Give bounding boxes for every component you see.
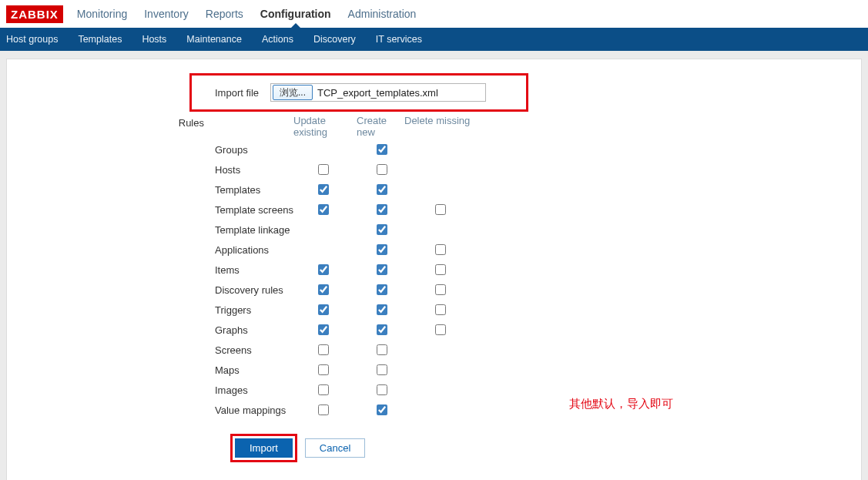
subnav-item-hosts[interactable]: Hosts <box>142 34 166 45</box>
content-panel: Import file 浏览... TCP_export_templates.x… <box>6 59 862 480</box>
checkbox-cn[interactable] <box>377 264 387 275</box>
subnav-item-templates[interactable]: Templates <box>78 34 122 45</box>
rule-label: Applications <box>215 244 315 256</box>
rules-column-headers: Update existing Create new Delete missin… <box>293 115 853 138</box>
subnav-item-maintenance[interactable]: Maintenance <box>186 34 242 45</box>
checkbox-ue[interactable] <box>318 384 329 395</box>
checkbox-ue[interactable] <box>318 304 329 315</box>
checkbox-ue[interactable] <box>318 364 329 375</box>
rule-cell-cn <box>374 142 432 157</box>
checkbox-cn[interactable] <box>377 204 387 215</box>
topnav-item-inventory[interactable]: Inventory <box>144 0 189 28</box>
rule-cell-cn <box>374 262 432 277</box>
checkbox-ue[interactable] <box>318 264 329 275</box>
rules-table: GroupsHostsTemplatesTemplate screensTemp… <box>215 139 853 420</box>
checkbox-cn[interactable] <box>377 364 387 375</box>
rule-row: Triggers <box>215 300 853 320</box>
cancel-button[interactable]: Cancel <box>305 438 365 458</box>
rule-cell-ue <box>315 282 374 297</box>
rule-cell-cn <box>374 202 432 217</box>
topnav-item-administration[interactable]: Administration <box>348 0 417 28</box>
checkbox-dm[interactable] <box>435 304 446 315</box>
topnav-item-configuration[interactable]: Configuration <box>260 0 331 28</box>
rule-cell-cn <box>374 242 432 257</box>
rule-row: Items <box>215 260 853 280</box>
rule-cell-cn <box>374 222 432 237</box>
rule-row: Value mappings <box>215 400 853 420</box>
rule-label: Items <box>215 264 315 276</box>
checkbox-ue[interactable] <box>318 324 329 335</box>
checkbox-dm[interactable] <box>435 244 446 255</box>
selected-filename: TCP_export_templates.xml <box>317 87 438 99</box>
logo: ZABBIX <box>6 5 63 23</box>
topnav-item-monitoring[interactable]: Monitoring <box>77 0 127 28</box>
checkbox-ue[interactable] <box>318 344 329 355</box>
rule-cell-ue <box>315 162 374 177</box>
checkbox-cn[interactable] <box>377 284 387 295</box>
checkbox-cn[interactable] <box>377 184 387 195</box>
rule-cell-ue <box>315 202 374 217</box>
subnav-item-discovery[interactable]: Discovery <box>313 34 356 45</box>
checkbox-dm[interactable] <box>435 324 446 335</box>
button-row: Import Cancel <box>230 434 853 462</box>
rule-cell-dm <box>432 302 491 317</box>
checkbox-cn[interactable] <box>377 384 387 395</box>
rule-label: Maps <box>215 364 315 376</box>
rule-row: Templates <box>215 180 853 200</box>
rule-cell-ue <box>315 302 374 317</box>
col-update-existing: Update existing <box>293 115 357 138</box>
browse-button[interactable]: 浏览... <box>273 85 313 100</box>
rule-cell-cn <box>374 382 432 398</box>
checkbox-ue[interactable] <box>318 204 329 215</box>
checkbox-dm[interactable] <box>435 264 446 275</box>
rule-cell-cn <box>374 342 432 357</box>
rule-row: Template screens <box>215 200 853 220</box>
checkbox-dm[interactable] <box>435 284 446 295</box>
checkbox-ue[interactable] <box>318 284 329 295</box>
checkbox-cn[interactable] <box>377 324 387 335</box>
rule-cell-cn <box>374 282 432 297</box>
checkbox-cn[interactable] <box>377 164 387 175</box>
rule-cell-dm <box>432 322 491 337</box>
rule-cell-ue <box>315 322 374 337</box>
rule-cell-ue <box>315 182 374 197</box>
rule-row: Hosts <box>215 159 853 180</box>
rule-cell-cn <box>374 402 432 418</box>
subnav-item-actions[interactable]: Actions <box>262 34 293 45</box>
rule-cell-cn <box>374 302 432 317</box>
checkbox-cn[interactable] <box>377 224 387 235</box>
checkbox-ue[interactable] <box>318 404 329 415</box>
checkbox-cn[interactable] <box>377 244 387 255</box>
rule-row: Groups <box>215 139 853 159</box>
file-input[interactable]: 浏览... TCP_export_templates.xml <box>270 83 486 102</box>
rule-cell-ue <box>315 362 374 378</box>
rule-label: Templates <box>215 184 315 196</box>
rule-label: Groups <box>215 144 315 156</box>
checkbox-cn[interactable] <box>377 404 387 415</box>
rule-cell-cn <box>374 322 432 337</box>
import-button-highlight: Import <box>230 434 297 462</box>
rules-label: Rules <box>15 115 215 132</box>
checkbox-cn[interactable] <box>377 304 387 315</box>
rule-cell-ue <box>315 262 374 277</box>
checkbox-ue[interactable] <box>318 164 329 175</box>
rule-row: Maps <box>215 360 853 380</box>
topnav-item-reports[interactable]: Reports <box>206 0 243 28</box>
subnav-item-it-services[interactable]: IT services <box>376 34 422 45</box>
rule-cell-dm <box>432 262 491 277</box>
annotation-text: 其他默认，导入即可 <box>569 397 673 411</box>
import-file-highlight: Import file 浏览... TCP_export_templates.x… <box>189 73 528 112</box>
checkbox-cn[interactable] <box>377 344 387 355</box>
checkbox-dm[interactable] <box>435 204 446 215</box>
rule-cell-cn <box>374 182 432 197</box>
subnav-item-host-groups[interactable]: Host groups <box>6 34 58 45</box>
checkbox-ue[interactable] <box>318 184 329 195</box>
rule-row: Discovery rules <box>215 280 853 300</box>
rule-row: Template linkage <box>215 220 853 240</box>
rule-label: Triggers <box>215 304 315 316</box>
checkbox-cn[interactable] <box>377 144 387 155</box>
sub-nav-bar: Host groupsTemplatesHostsMaintenanceActi… <box>0 28 868 51</box>
import-file-label: Import file <box>215 87 266 99</box>
import-button[interactable]: Import <box>235 438 293 458</box>
rule-label: Images <box>215 384 315 396</box>
